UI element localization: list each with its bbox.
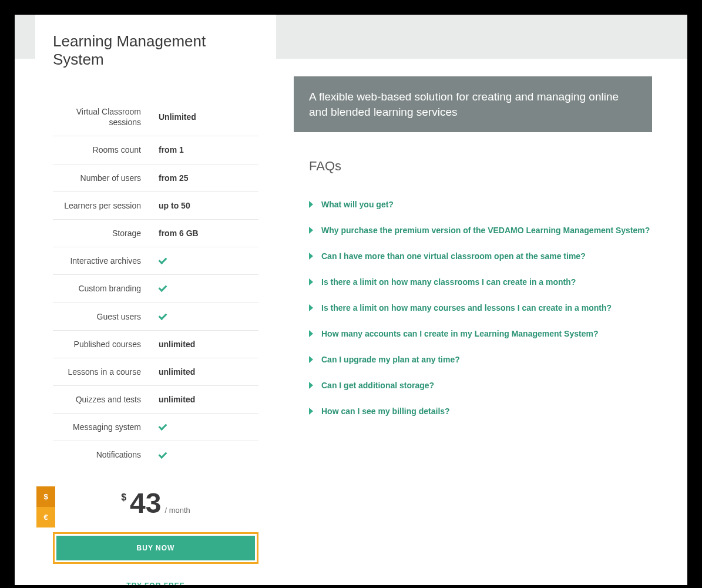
feature-label: Rooms count bbox=[53, 145, 159, 155]
price-currency: $ bbox=[121, 492, 126, 502]
faq-question: What will you get? bbox=[321, 200, 394, 209]
faq-item[interactable]: Is there a limit on how many courses and… bbox=[309, 295, 652, 321]
price-display: $43/ month bbox=[53, 486, 258, 518]
feature-value: from 25 bbox=[159, 173, 258, 183]
feature-row: Storagefrom 6 GB bbox=[53, 220, 258, 247]
feature-label: Virtual Classroom sessions bbox=[53, 106, 159, 127]
price-amount: 43 bbox=[130, 488, 161, 519]
faq-section: FAQs What will you get?Why purchase the … bbox=[294, 159, 652, 424]
feature-value: up to 50 bbox=[159, 201, 258, 210]
faq-item[interactable]: How many accounts can I create in my Lea… bbox=[309, 321, 652, 347]
right-panel: A flexible web-based solution for creati… bbox=[294, 76, 652, 424]
buy-now-button[interactable]: BUY NOW bbox=[56, 536, 255, 560]
feature-label: Guest users bbox=[53, 311, 159, 322]
faq-item[interactable]: How can I see my billing details? bbox=[309, 398, 652, 424]
chevron-right-icon bbox=[309, 330, 313, 337]
page-title: Learning Management System bbox=[53, 32, 258, 69]
faq-question: Can I upgrade my plan at any time? bbox=[321, 355, 460, 364]
chevron-right-icon bbox=[309, 227, 313, 234]
faq-question: How many accounts can I create in my Lea… bbox=[321, 329, 598, 338]
check-icon bbox=[159, 314, 168, 320]
feature-row: Guest users bbox=[53, 303, 258, 331]
feature-value bbox=[159, 256, 258, 266]
price-period: / month bbox=[164, 506, 190, 515]
chevron-right-icon bbox=[309, 253, 313, 260]
check-icon bbox=[159, 452, 168, 458]
feature-label: Messaging system bbox=[53, 422, 159, 432]
feature-table: Virtual Classroom sessionsUnlimitedRooms… bbox=[53, 98, 258, 469]
feature-value bbox=[159, 284, 258, 293]
feature-label: Interactive archives bbox=[53, 256, 159, 266]
feature-value: Unlimited bbox=[159, 112, 258, 122]
feature-value bbox=[159, 422, 258, 432]
feature-label: Published courses bbox=[53, 339, 159, 350]
faq-item[interactable]: Can I upgrade my plan at any time? bbox=[309, 347, 652, 372]
faq-item[interactable]: What will you get? bbox=[309, 191, 652, 217]
feature-row: Published coursesunlimited bbox=[53, 331, 258, 358]
feature-row: Lessons in a courseunlimited bbox=[53, 358, 258, 386]
feature-row: Learners per sessionup to 50 bbox=[53, 192, 258, 220]
feature-row: Rooms countfrom 1 bbox=[53, 136, 258, 164]
buy-button-wrap: BUY NOW bbox=[53, 532, 258, 564]
faq-question: Is there a limit on how many courses and… bbox=[321, 303, 612, 313]
feature-row: Messaging system bbox=[53, 414, 258, 441]
feature-label: Notifications bbox=[53, 449, 159, 460]
faq-item[interactable]: Can I get additional storage? bbox=[309, 372, 652, 398]
feature-label: Quizzes and tests bbox=[53, 394, 159, 405]
feature-row: Notifications bbox=[53, 441, 258, 468]
currency-tab-dollar[interactable]: $ bbox=[36, 486, 55, 507]
pricing-section: $ € $43/ month BUY NOW TRY FOR FREE bbox=[53, 486, 258, 585]
feature-value: unlimited bbox=[159, 367, 258, 377]
currency-tabs: $ € bbox=[36, 486, 55, 527]
feature-value bbox=[159, 451, 258, 460]
chevron-right-icon bbox=[309, 304, 313, 311]
faq-list: What will you get?Why purchase the premi… bbox=[309, 191, 652, 424]
feature-row: Number of usersfrom 25 bbox=[53, 164, 258, 192]
chevron-right-icon bbox=[309, 278, 313, 285]
feature-label: Learners per session bbox=[53, 200, 159, 211]
feature-value: unlimited bbox=[159, 395, 258, 404]
chevron-right-icon bbox=[309, 356, 313, 363]
feature-row: Interactive archives bbox=[53, 247, 258, 275]
feature-value: from 6 GB bbox=[159, 229, 258, 238]
feature-label: Storage bbox=[53, 228, 159, 238]
currency-tab-euro[interactable]: € bbox=[36, 507, 55, 527]
faq-question: Can I have more than one virtual classro… bbox=[321, 251, 586, 261]
feature-row: Custom branding bbox=[53, 275, 258, 303]
feature-row: Quizzes and testsunlimited bbox=[53, 386, 258, 414]
feature-row: Virtual Classroom sessionsUnlimited bbox=[53, 98, 258, 136]
chevron-right-icon bbox=[309, 408, 313, 415]
feature-value: unlimited bbox=[159, 340, 258, 349]
feature-label: Number of users bbox=[53, 173, 159, 183]
faq-item[interactable]: Can I have more than one virtual classro… bbox=[309, 243, 652, 269]
check-icon bbox=[159, 285, 168, 291]
chevron-right-icon bbox=[309, 382, 313, 389]
feature-label: Custom branding bbox=[53, 283, 159, 294]
faq-question: How can I see my billing details? bbox=[321, 406, 450, 416]
feature-value: from 1 bbox=[159, 145, 258, 154]
feature-value bbox=[159, 312, 258, 321]
feature-label: Lessons in a course bbox=[53, 367, 159, 377]
chevron-right-icon bbox=[309, 201, 313, 208]
faq-item[interactable]: Why purchase the premium version of the … bbox=[309, 217, 652, 243]
check-icon bbox=[159, 424, 168, 430]
product-description: A flexible web-based solution for creati… bbox=[294, 76, 652, 132]
left-panel: Learning Management System Virtual Class… bbox=[35, 15, 276, 585]
faq-question: Can I get additional storage? bbox=[321, 381, 434, 390]
faq-title: FAQs bbox=[309, 159, 652, 174]
faq-question: Why purchase the premium version of the … bbox=[321, 226, 650, 235]
try-for-free-link[interactable]: TRY FOR FREE bbox=[53, 582, 258, 585]
faq-item[interactable]: Is there a limit on how many classrooms … bbox=[309, 269, 652, 295]
check-icon bbox=[159, 258, 168, 264]
faq-question: Is there a limit on how many classrooms … bbox=[321, 277, 576, 287]
